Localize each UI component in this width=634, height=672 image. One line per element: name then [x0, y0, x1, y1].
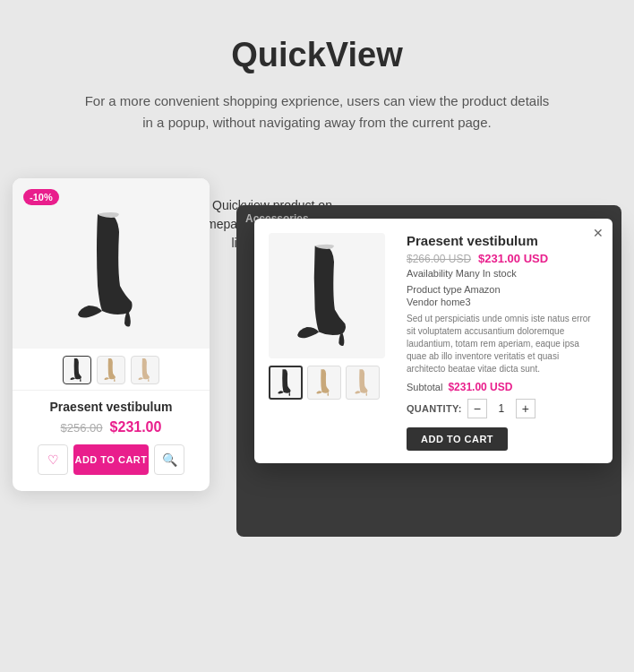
discount-badge: -10% [23, 189, 59, 205]
lightbox-details-panel: Praesent vestibulum $266.00 USD $231.00 … [394, 233, 598, 451]
product-card-name: Praesent vestibulum [25, 400, 197, 414]
lightbox-new-price: $231.00 USD [478, 252, 548, 265]
wishlist-button[interactable]: ♡ [38, 444, 68, 475]
thumbnail-1[interactable] [63, 356, 91, 384]
thumbnail-2[interactable] [97, 356, 125, 384]
lthumb-boot-icon-2 [313, 367, 336, 398]
lightbox-availability: Availability Many In stock [407, 268, 598, 279]
thumb-boot-icon-2 [101, 357, 121, 383]
product-card-new-price: $231.00 [110, 419, 162, 435]
lthumb-boot-icon-1 [274, 367, 297, 398]
lightbox-subtotal-value: $231.00 USD [448, 381, 512, 393]
quickview-search-button[interactable]: 🔍 [154, 444, 184, 475]
lightbox-description: Sed ut perspiciatis unde omnis iste natu… [407, 313, 598, 375]
lightbox-thumbnails [269, 366, 394, 400]
lightbox-thumb-3[interactable] [346, 366, 380, 400]
product-card-actions: ♡ ADD TO CART 🔍 [25, 444, 197, 475]
lightbox-quantity-row: QUANTITY: − 1 + [407, 399, 598, 418]
lthumb-boot-icon-3 [351, 367, 374, 398]
product-card: -10% [13, 178, 210, 491]
lightbox-images-panel [269, 233, 394, 451]
demo-area: -10% [13, 169, 621, 555]
lightbox-main-image [269, 233, 385, 358]
heart-icon: ♡ [47, 452, 59, 467]
lightbox-price-row: $266.00 USD $231.00 USD [407, 252, 598, 265]
lightbox-quantity-label: QUANTITY: [407, 403, 462, 414]
page-description: For a more convenient shopping exprience… [84, 90, 550, 134]
add-to-cart-button[interactable]: ADD TO CART [73, 444, 149, 475]
lightbox-thumb-2[interactable] [307, 366, 341, 400]
quantity-decrease-button[interactable]: − [467, 399, 487, 418]
lightbox-subtotal-row: Subtotal $231.00 USD [407, 381, 598, 393]
boot-large-icon [71, 205, 151, 335]
quantity-value: 1 [493, 402, 510, 415]
lightbox-boot-icon [291, 237, 363, 354]
lightbox-add-to-cart-button[interactable]: ADD TO CART [407, 427, 508, 451]
lightbox-thumb-1[interactable] [269, 366, 303, 400]
close-button[interactable]: ✕ [593, 226, 604, 240]
lightbox-subtotal-label: Subtotal [407, 382, 442, 392]
lightbox-old-price: $266.00 USD [407, 253, 471, 265]
lightbox-vendor: Vendor home3 [407, 297, 598, 307]
product-card-image: -10% [13, 178, 210, 349]
lightbox-popup: ✕ [254, 219, 613, 463]
product-thumbnails [13, 349, 210, 391]
product-main-image [62, 192, 160, 335]
quantity-increase-button[interactable]: + [516, 399, 535, 418]
search-icon: 🔍 [162, 452, 177, 467]
lightbox-content: Praesent vestibulum $266.00 USD $231.00 … [254, 219, 613, 463]
thumbnail-3[interactable] [131, 356, 159, 384]
lightbox-product-type: Product type Amazon [407, 284, 598, 295]
product-card-info: Praesent vestibulum $256.00 $231.00 ♡ AD… [13, 391, 210, 478]
thumb-boot-icon-3 [135, 357, 155, 383]
lightbox-product-name: Praesent vestibulum [407, 233, 598, 248]
product-card-old-price: $256.00 [61, 421, 103, 435]
thumb-boot-icon-1 [67, 357, 87, 383]
page-title: QuickView [231, 36, 403, 74]
product-card-price-row: $256.00 $231.00 [25, 419, 197, 435]
